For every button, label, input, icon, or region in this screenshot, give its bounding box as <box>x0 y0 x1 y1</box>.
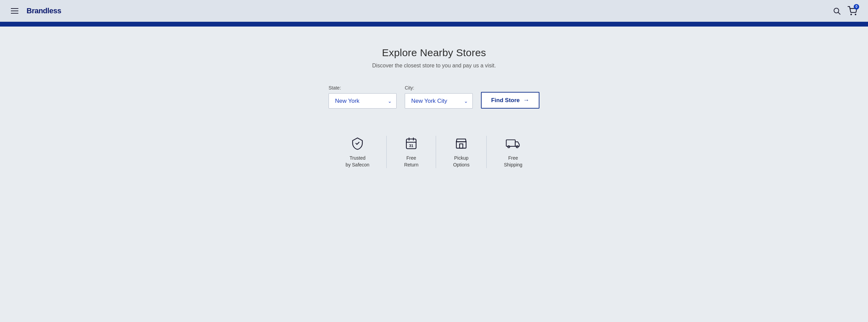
shield-check-icon <box>350 136 365 151</box>
find-store-button[interactable]: Find Store → <box>481 92 539 109</box>
svg-line-1 <box>838 12 840 14</box>
svg-point-12 <box>508 146 510 148</box>
feature-pickup: PickupOptions <box>436 136 487 168</box>
blue-bar <box>0 22 868 27</box>
city-form-group: City: New York City Buffalo Albany Syrac… <box>405 85 473 109</box>
arrow-right-icon: → <box>523 97 529 104</box>
header-right: 0 <box>833 6 857 16</box>
svg-point-3 <box>855 14 856 15</box>
brand-name: Brandless <box>27 6 61 15</box>
page-title: Explore Nearby Stores <box>382 47 486 59</box>
hamburger-icon <box>11 8 18 14</box>
cart-button[interactable]: 0 <box>848 6 857 16</box>
city-select[interactable]: New York City Buffalo Albany Syracuse <box>405 93 473 109</box>
cart-badge: 0 <box>854 4 859 10</box>
header-left: Brandless <box>11 6 61 15</box>
menu-button[interactable] <box>11 8 18 14</box>
state-select-wrapper: New York California Texas Florida ⌄ <box>329 93 397 109</box>
main-content: Explore Nearby Stores Discover the close… <box>0 27 868 195</box>
pickup-options-label: PickupOptions <box>453 155 469 168</box>
svg-rect-11 <box>506 140 515 146</box>
truck-icon <box>506 136 521 151</box>
city-select-wrapper: New York City Buffalo Albany Syracuse ⌄ <box>405 93 473 109</box>
find-store-label: Find Store <box>491 97 520 104</box>
search-button[interactable] <box>833 7 841 15</box>
feature-trusted: Trustedby Safecon <box>329 136 387 168</box>
state-label: State: <box>329 85 397 91</box>
store-icon <box>454 136 469 151</box>
trusted-label: Trustedby Safecon <box>346 155 369 168</box>
svg-rect-10 <box>460 144 463 148</box>
header: Brandless 0 <box>0 0 868 22</box>
free-return-label: FreeReturn <box>404 155 418 168</box>
state-select[interactable]: New York California Texas Florida <box>329 93 397 109</box>
calendar-icon: 31 <box>404 136 419 151</box>
store-search-form: State: New York California Texas Florida… <box>329 85 539 109</box>
svg-point-13 <box>516 146 518 148</box>
state-form-group: State: New York California Texas Florida… <box>329 85 397 109</box>
svg-point-2 <box>851 14 851 15</box>
feature-free-return: 31 FreeReturn <box>387 136 436 168</box>
feature-free-shipping: FreeShipping <box>487 136 539 168</box>
page-subtitle: Discover the closest store to you and pa… <box>372 63 496 69</box>
features-row: Trustedby Safecon 31 FreeReturn <box>329 136 539 168</box>
svg-text:31: 31 <box>409 144 413 148</box>
free-shipping-label: FreeShipping <box>504 155 522 168</box>
search-icon <box>833 7 841 15</box>
city-label: City: <box>405 85 473 91</box>
